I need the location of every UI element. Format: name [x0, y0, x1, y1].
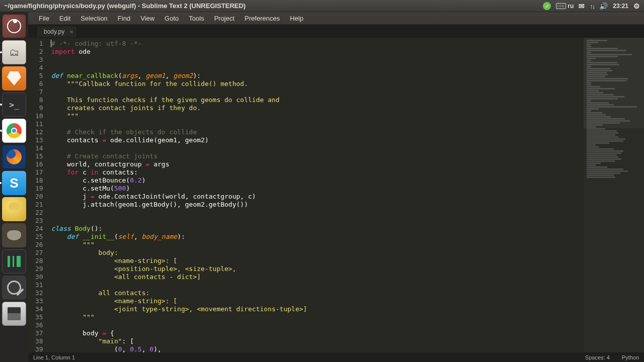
- launcher-lamp[interactable]: [2, 197, 26, 221]
- code-line[interactable]: j = ode.ContactJoint(world, contactgroup…: [51, 193, 584, 201]
- code-line[interactable]: def __init__(self, body_name):: [51, 233, 584, 241]
- code-line[interactable]: (0, 0.5, 0),: [51, 345, 584, 352]
- menu-goto[interactable]: Goto: [160, 13, 183, 24]
- line-number: 2: [35, 48, 43, 56]
- tab-body-py[interactable]: body.py ×: [36, 26, 77, 37]
- update-ok-icon[interactable]: ✓: [543, 2, 551, 10]
- code-line[interactable]: [51, 217, 584, 225]
- launcher-skype[interactable]: [2, 171, 26, 195]
- code-line[interactable]: [51, 64, 584, 72]
- code-line[interactable]: [51, 144, 584, 152]
- code-area: 1234567891011121314151617181920212223242…: [28, 38, 644, 352]
- code-line[interactable]: for c in contacts:: [51, 168, 584, 176]
- line-number: 11: [35, 120, 43, 128]
- launcher-software-center[interactable]: [2, 66, 26, 90]
- menu-edit[interactable]: Edit: [55, 13, 75, 24]
- code-line[interactable]: "main": [: [51, 337, 584, 345]
- code-line[interactable]: [51, 209, 584, 217]
- code-line[interactable]: # Check if the objects do collide: [51, 128, 584, 136]
- launcher-system-monitor[interactable]: [2, 249, 26, 274]
- code-line[interactable]: # Create contact joints: [51, 152, 584, 160]
- line-number: 17: [35, 168, 43, 176]
- keyboard-indicator[interactable]: ru: [556, 3, 574, 10]
- launcher-chrome[interactable]: [2, 119, 26, 143]
- status-indent[interactable]: Spaces: 4: [585, 354, 610, 360]
- code-line[interactable]: """: [51, 112, 584, 120]
- code-line[interactable]: [51, 120, 584, 128]
- line-number: 18: [35, 176, 43, 185]
- menu-find[interactable]: Find: [113, 13, 135, 24]
- menu-help[interactable]: Help: [285, 13, 308, 24]
- keyboard-layout-label: ru: [568, 3, 574, 10]
- line-number: 37: [35, 329, 43, 337]
- code-line[interactable]: class Body():: [51, 225, 584, 233]
- clock[interactable]: 23:21: [613, 3, 628, 10]
- line-number: 33: [35, 297, 43, 305]
- launcher-dash[interactable]: [2, 14, 26, 38]
- code-line[interactable]: body = {: [51, 329, 584, 337]
- unity-launcher: 🗂: [0, 12, 28, 362]
- menu-view[interactable]: View: [136, 13, 159, 24]
- menu-tools[interactable]: Tools: [184, 13, 208, 24]
- code-line[interactable]: [51, 281, 584, 289]
- launcher-settings[interactable]: [2, 276, 26, 300]
- line-number: 36: [35, 321, 43, 329]
- code-content[interactable]: # -*- coding: utf-8 -*-import ode def ne…: [48, 38, 584, 352]
- line-number: 10: [35, 112, 43, 120]
- code-line[interactable]: [51, 88, 584, 96]
- line-number: 12: [35, 128, 43, 136]
- menu-preferences[interactable]: Preferences: [240, 13, 284, 24]
- code-line[interactable]: c.setBounce(0.2): [51, 176, 584, 185]
- status-syntax[interactable]: Python: [622, 354, 639, 360]
- code-line[interactable]: # -*- coding: utf-8 -*-: [51, 40, 584, 48]
- line-number: 19: [35, 185, 43, 193]
- volume-icon[interactable]: 🔊: [599, 2, 608, 10]
- code-line[interactable]: [51, 321, 584, 329]
- menu-project[interactable]: Project: [210, 13, 239, 24]
- launcher-gimp[interactable]: [2, 223, 26, 247]
- launcher-terminal[interactable]: [2, 93, 26, 117]
- code-line[interactable]: <name-string>: [: [51, 257, 584, 265]
- line-number: 7: [35, 88, 43, 96]
- close-icon[interactable]: ×: [70, 28, 74, 36]
- launcher-firefox[interactable]: [2, 145, 26, 169]
- code-line[interactable]: """Callback function for the collide() m…: [51, 80, 584, 88]
- code-line[interactable]: """: [51, 241, 584, 249]
- ubuntu-logo-icon: [7, 19, 21, 33]
- line-gutter: 1234567891011121314151617181920212223242…: [28, 38, 48, 352]
- code-line[interactable]: <all contacts - dict>]: [51, 273, 584, 281]
- code-line[interactable]: [51, 56, 584, 64]
- line-number: 15: [35, 152, 43, 160]
- line-number: 8: [35, 96, 43, 104]
- line-number: 28: [35, 257, 43, 265]
- line-number: 27: [35, 249, 43, 257]
- messaging-icon[interactable]: ✉: [579, 2, 585, 10]
- code-line[interactable]: def near_callback(args, geom1, geom2):: [51, 72, 584, 80]
- code-line[interactable]: all contacts:: [51, 289, 584, 297]
- code-line[interactable]: <joint type-string>, <movement direction…: [51, 305, 584, 313]
- session-gear-icon[interactable]: ⚙: [633, 2, 640, 10]
- system-indicators: ✓ ru ✉ ↑↓ 🔊 23:21 ⚙: [543, 0, 640, 12]
- code-line[interactable]: import ode: [51, 48, 584, 56]
- code-line[interactable]: j.attach(geom1.getBody(), geom2.getBody(…: [51, 201, 584, 209]
- code-line[interactable]: c.setMu(500): [51, 185, 584, 193]
- line-number: 23: [35, 217, 43, 225]
- menu-selection[interactable]: Selection: [76, 13, 112, 24]
- code-line[interactable]: <name-string>: [: [51, 297, 584, 305]
- launcher-calculator[interactable]: [2, 302, 26, 326]
- network-icon[interactable]: ↑↓: [590, 3, 594, 10]
- line-number: 16: [35, 160, 43, 168]
- status-position[interactable]: Line 1, Column 1: [33, 354, 75, 360]
- code-line[interactable]: body:: [51, 249, 584, 257]
- menu-file[interactable]: File: [34, 13, 54, 24]
- minimap[interactable]: [584, 38, 644, 352]
- code-line[interactable]: <position-tuple>, <size-tuple>,: [51, 265, 584, 273]
- code-line[interactable]: """: [51, 313, 584, 321]
- code-line[interactable]: contacts = ode.collide(geom1, geom2): [51, 136, 584, 144]
- code-line[interactable]: creates contact joints if they do.: [51, 104, 584, 112]
- code-line[interactable]: world, contactgroup = args: [51, 160, 584, 168]
- line-number: 31: [35, 281, 43, 289]
- line-number: 35: [35, 313, 43, 321]
- launcher-files[interactable]: 🗂: [2, 40, 26, 64]
- code-line[interactable]: This function checks if the given geoms …: [51, 96, 584, 104]
